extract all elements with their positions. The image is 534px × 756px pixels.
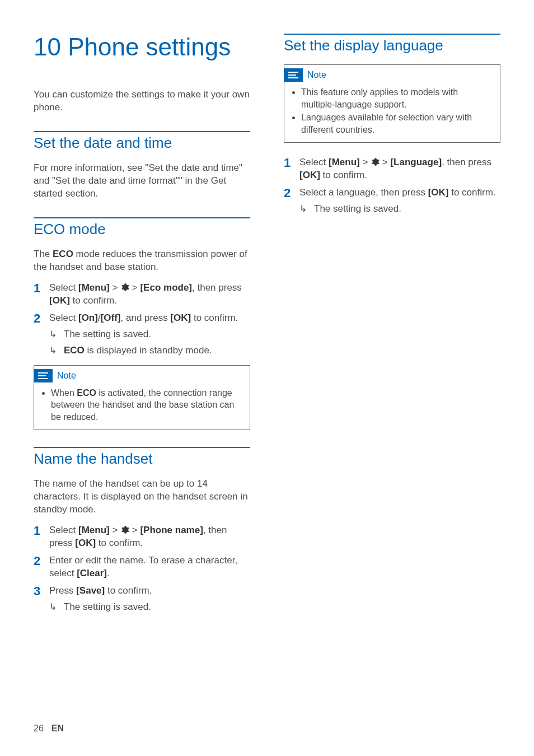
result-arrow-icon: ↳ xyxy=(299,203,314,215)
step: 3 Press [Save] to confirm. ↳ The setting… xyxy=(34,585,250,614)
right-column: Set the display language Note This featu… xyxy=(284,34,500,712)
section-body-eco: The ECO mode reduces the transmission po… xyxy=(34,248,250,274)
note-icon xyxy=(34,369,53,382)
step-text: Press [Save] to confirm. ↳ The setting i… xyxy=(49,585,250,614)
chapter-title: 10 Phone settings xyxy=(34,34,250,60)
note-tab: Note xyxy=(34,369,81,382)
section-heading-name: Name the handset xyxy=(34,450,250,468)
note-body: This feature only applies to models with… xyxy=(284,82,500,142)
section-heading-eco: ECO mode xyxy=(34,221,250,238)
note-tab: Note xyxy=(284,68,331,82)
step-number: 2 xyxy=(34,312,49,325)
section-body-date: For more information, see "Set the date … xyxy=(34,162,250,200)
step: 1 Select [Menu] > > [Phone name], then p… xyxy=(34,524,250,550)
step: 1 Select [Menu] > > [Eco mode], then pre… xyxy=(34,282,250,307)
section-rule xyxy=(34,217,250,218)
note-item: When ECO is activated, the connection ra… xyxy=(51,387,243,423)
step: 2 Enter or edit the name. To erase a cha… xyxy=(34,554,250,580)
lang-steps: 1 Select [Menu] > > [Language], then pre… xyxy=(284,156,500,216)
section-heading-lang: Set the display language xyxy=(284,37,500,54)
step-number: 3 xyxy=(34,585,49,598)
note-body: When ECO is activated, the connection ra… xyxy=(34,382,250,430)
result-line: ↳ The setting is saved. xyxy=(49,601,250,614)
page-lang: EN xyxy=(51,724,64,734)
result-arrow-icon: ↳ xyxy=(49,344,64,357)
step-text: Select [On]/[Off], and press [OK] to con… xyxy=(49,312,250,357)
section-rule xyxy=(34,447,250,448)
name-steps: 1 Select [Menu] > > [Phone name], then p… xyxy=(34,524,250,614)
step-text: Select [Menu] > > [Phone name], then pre… xyxy=(49,524,250,550)
section-heading-date: Set the date and time xyxy=(34,134,250,152)
step-number: 1 xyxy=(34,282,49,295)
section-body-name: The name of the handset can be up to 14 … xyxy=(34,478,250,516)
result-line: ↳ ECO is displayed in standby mode. xyxy=(49,344,250,357)
result-line: ↳ The setting is saved. xyxy=(49,328,250,341)
text: The xyxy=(34,249,53,259)
page-number: 26 xyxy=(34,724,44,734)
gear-icon xyxy=(120,525,129,534)
note-item: Languages available for selection vary w… xyxy=(301,111,493,136)
step: 2 Select a language, then press [OK] to … xyxy=(284,186,500,216)
result-text: ECO is displayed in standby mode. xyxy=(64,344,250,357)
step-text: Select a language, then press [OK] to co… xyxy=(299,186,500,216)
result-line: ↳ The setting is saved. xyxy=(299,203,500,216)
result-arrow-icon: ↳ xyxy=(49,601,64,613)
result-arrow-icon: ↳ xyxy=(49,328,64,340)
section-rule xyxy=(284,34,500,35)
gear-icon xyxy=(371,157,380,166)
section-rule xyxy=(34,131,250,132)
intro-text: You can customize the settings to make i… xyxy=(34,88,250,114)
step-number: 1 xyxy=(284,156,299,170)
step-number: 1 xyxy=(34,524,49,538)
note-label: Note xyxy=(53,369,81,382)
step-number: 2 xyxy=(284,186,299,200)
step-number: 2 xyxy=(34,554,49,568)
gear-icon xyxy=(120,283,129,292)
result-text: The setting is saved. xyxy=(314,203,500,216)
step: 2 Select [On]/[Off], and press [OK] to c… xyxy=(34,312,250,357)
step-text: Select [Menu] > > [Eco mode], then press… xyxy=(49,282,250,307)
step-text: Select [Menu] > > [Language], then press… xyxy=(299,156,500,182)
step: 1 Select [Menu] > > [Language], then pre… xyxy=(284,156,500,182)
note-icon xyxy=(284,68,303,82)
eco-steps: 1 Select [Menu] > > [Eco mode], then pre… xyxy=(34,282,250,357)
left-column: 10 Phone settings You can customize the … xyxy=(34,34,250,712)
note-box-lang: Note This feature only applies to models… xyxy=(284,64,500,143)
page-footer: 26 EN xyxy=(34,724,500,734)
note-label: Note xyxy=(303,68,331,82)
bold-text: ECO xyxy=(53,249,73,259)
note-item: This feature only applies to models with… xyxy=(301,86,493,110)
step-text: Enter or edit the name. To erase a chara… xyxy=(49,554,250,580)
result-text: The setting is saved. xyxy=(64,601,250,614)
result-text: The setting is saved. xyxy=(64,328,250,341)
note-box-eco: Note When ECO is activated, the connecti… xyxy=(34,365,250,431)
